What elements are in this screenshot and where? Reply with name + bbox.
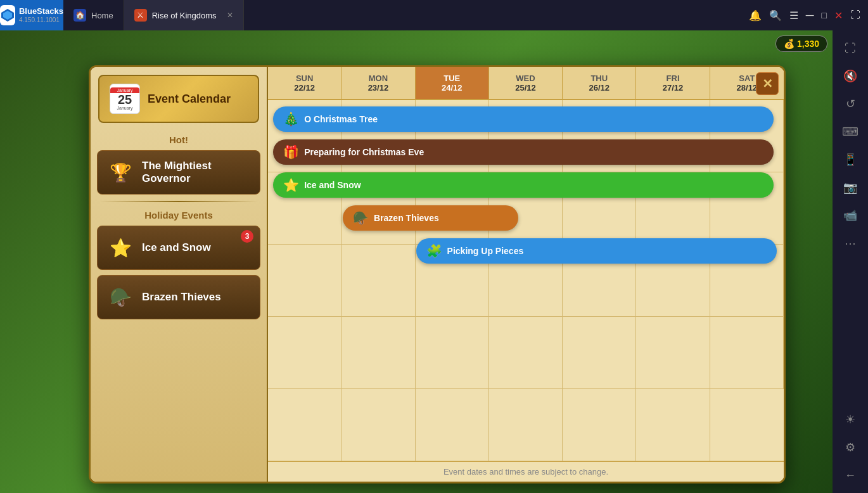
day-date: 23/12 xyxy=(344,83,412,93)
close-icon: ✕ xyxy=(762,76,773,91)
close-button[interactable]: ✕ xyxy=(834,10,843,22)
expand-icon[interactable]: ⛶ xyxy=(838,35,863,61)
home-tab[interactable]: 🏠 Home xyxy=(63,0,124,30)
phone-icon[interactable]: 📱 xyxy=(838,147,863,172)
event-bar-christmas-tree[interactable]: 🎄O Christmas Tree xyxy=(273,106,774,132)
video-icon[interactable]: 📹 xyxy=(838,203,863,228)
event-label: Picking Up Pieces xyxy=(447,246,524,256)
event-icon: 🎁 xyxy=(283,144,299,160)
close-modal-button[interactable]: ✕ xyxy=(756,72,779,95)
bs-icon xyxy=(0,5,15,25)
left-panel: January 25 January Event Calendar Hot! 🏆… xyxy=(91,67,268,482)
event-label: Preparing for Christmas Eve xyxy=(304,147,424,157)
event-bar-brazen-thieves[interactable]: 🪖Brazen Thieves xyxy=(343,205,518,231)
game-area: 💰 1,330 ⛶ 🔇 ↺ ⌨ 📱 📷 📹 ⋯ ☀ ⚙ ← ✕ January … xyxy=(0,30,868,493)
coin-display: 💰 1,330 xyxy=(775,35,827,52)
day-header-mon[interactable]: MON23/12 xyxy=(341,67,415,99)
footer-note: Event dates and times are subject to cha… xyxy=(268,461,784,482)
home-tab-icon: 🏠 xyxy=(73,9,86,22)
minimize-button[interactable]: ─ xyxy=(806,9,814,22)
brazen-thieves-label: Brazen Thieves xyxy=(142,291,221,304)
expand-button[interactable]: ⛶ xyxy=(850,10,860,21)
list-item-ice-snow[interactable]: ⭐ Ice and Snow 3 xyxy=(97,226,260,270)
day-name: TUE xyxy=(418,74,486,83)
holiday-section-label: Holiday Events xyxy=(91,206,267,223)
event-icon: 🧩 xyxy=(426,243,442,259)
day-date: 22/12 xyxy=(271,83,338,93)
hot-section-label: Hot! xyxy=(91,131,267,148)
back-icon[interactable]: ← xyxy=(838,463,863,488)
bs-version-text: BlueStacks 4.150.11.1001 xyxy=(19,6,63,24)
calendar-body: 🎄O Christmas Tree🎁Preparing for Christma… xyxy=(268,100,784,461)
game-tab-icon: ⚔ xyxy=(134,9,147,22)
day-header-fri[interactable]: FRI27/12 xyxy=(636,67,710,99)
day-headers: SUN22/12MON23/12TUE24/12WED25/12THU26/12… xyxy=(268,67,784,100)
game-tab-close[interactable]: ✕ xyxy=(227,11,233,20)
bell-icon[interactable]: 🔔 xyxy=(749,10,762,22)
right-sidebar: ⛶ 🔇 ↺ ⌨ 📱 📷 📹 ⋯ ☀ ⚙ ← xyxy=(833,30,868,493)
taskbar-right: 🔔 🔍 ☰ ─ □ ✕ ⛶ xyxy=(749,9,868,22)
coin-icon: 💰 xyxy=(784,39,795,49)
brightness-icon[interactable]: ☀ xyxy=(838,407,863,432)
day-header-sun[interactable]: SUN22/12 xyxy=(268,67,341,99)
home-tab-label: Home xyxy=(91,11,113,20)
divider-1 xyxy=(99,201,258,202)
day-name: WED xyxy=(492,74,559,83)
event-label: O Christmas Tree xyxy=(304,114,378,124)
event-icon: 🎄 xyxy=(283,112,299,127)
coin-amount: 1,330 xyxy=(797,39,819,49)
day-header-thu[interactable]: THU26/12 xyxy=(563,67,636,99)
list-item-mightiest-governor[interactable]: 🏆 The Mightiest Governor xyxy=(97,150,260,195)
game-tab-label: Rise of Kingdoms xyxy=(152,11,217,20)
game-tab[interactable]: ⚔ Rise of Kingdoms ✕ xyxy=(124,0,244,30)
ice-snow-badge: 3 xyxy=(241,230,253,243)
calendar-icon: January 25 January xyxy=(110,84,140,114)
taskbar: BlueStacks 4.150.11.1001 🏠 Home ⚔ Rise o… xyxy=(0,0,868,30)
day-name: SUN xyxy=(271,74,338,83)
settings-icon[interactable]: ⚙ xyxy=(838,435,863,460)
calendar-day: 25 xyxy=(118,93,132,106)
day-date: 25/12 xyxy=(492,83,559,93)
mute-icon[interactable]: 🔇 xyxy=(838,63,863,89)
ice-snow-label: Ice and Snow xyxy=(142,241,211,254)
mightiest-governor-icon: 🏆 xyxy=(106,158,134,186)
event-calendar-header[interactable]: January 25 January Event Calendar xyxy=(98,75,259,123)
day-name: MON xyxy=(344,74,412,83)
event-calendar-title: Event Calendar xyxy=(148,93,231,106)
event-label: Brazen Thieves xyxy=(374,213,439,223)
screenshot-icon[interactable]: 📷 xyxy=(838,175,863,200)
mightiest-governor-label: The Mightiest Governor xyxy=(142,160,251,186)
day-header-wed[interactable]: WED25/12 xyxy=(489,67,563,99)
right-panel: SUN22/12MON23/12TUE24/12WED25/12THU26/12… xyxy=(268,67,784,482)
day-date: 24/12 xyxy=(418,83,486,93)
event-bar-picking-up-pieces[interactable]: 🧩Picking Up Pieces xyxy=(416,238,777,264)
event-label: Ice and Snow xyxy=(304,180,361,190)
day-date: 27/12 xyxy=(639,83,706,93)
event-bar-christmas-eve[interactable]: 🎁Preparing for Christmas Eve xyxy=(273,139,774,165)
taskbar-left: BlueStacks 4.150.11.1001 🏠 Home ⚔ Rise o… xyxy=(0,0,244,30)
event-icon: 🪖 xyxy=(353,210,369,226)
event-icon: ⭐ xyxy=(283,177,299,193)
keyboard-icon[interactable]: ⌨ xyxy=(838,119,863,144)
list-item-brazen-thieves[interactable]: 🪖 Brazen Thieves xyxy=(97,275,260,319)
day-name: THU xyxy=(565,74,633,83)
event-calendar-modal: ✕ January 25 January Event Calendar Hot!… xyxy=(89,65,786,483)
maximize-button[interactable]: □ xyxy=(822,10,827,20)
ice-snow-icon: ⭐ xyxy=(106,234,134,262)
event-bar-ice-snow[interactable]: ⭐Ice and Snow xyxy=(273,172,774,198)
events-layer: 🎄O Christmas Tree🎁Preparing for Christma… xyxy=(268,100,784,461)
more-icon[interactable]: ⋯ xyxy=(838,231,863,256)
search-icon[interactable]: 🔍 xyxy=(769,10,782,22)
menu-icon[interactable]: ☰ xyxy=(789,10,798,22)
day-name: FRI xyxy=(639,74,706,83)
bluestacks-logo: BlueStacks 4.150.11.1001 xyxy=(0,0,63,30)
day-date: 26/12 xyxy=(565,83,633,93)
day-header-tue[interactable]: TUE24/12 xyxy=(416,67,489,99)
brazen-thieves-icon: 🪖 xyxy=(106,283,134,311)
rotate-icon[interactable]: ↺ xyxy=(838,91,863,117)
